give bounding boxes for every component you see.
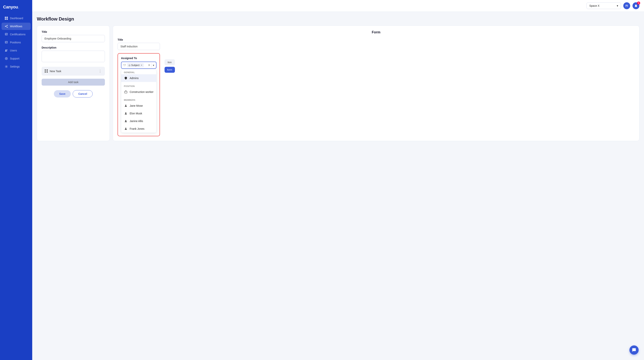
svg-point-28 <box>125 128 126 129</box>
dashboard-icon <box>4 17 8 20</box>
sidebar-item-label: Settings <box>10 65 20 68</box>
add-task-button[interactable]: Add task <box>42 79 105 86</box>
dropdown-item-frank-jones[interactable]: Frank Jones <box>121 125 156 133</box>
support-icon <box>4 57 8 60</box>
person-icon <box>124 127 128 131</box>
select-dropdown-button[interactable]: ▾ <box>153 64 154 67</box>
shield-icon <box>124 76 128 80</box>
svg-point-26 <box>125 112 126 113</box>
form-panel-title: Form <box>118 30 634 34</box>
svg-rect-9 <box>5 33 8 35</box>
partial-button-section[interactable]: tion <box>164 59 175 65</box>
sidebar-item-dashboard[interactable]: Dashboard <box>2 15 31 22</box>
sidebar-item-label: Support <box>10 57 19 60</box>
grid-icon <box>45 70 48 73</box>
svg-point-6 <box>7 27 8 28</box>
dropdown-item-elon-musk[interactable]: Elon Musk <box>121 110 156 117</box>
panels: Title Description New Task ⋮ <box>37 26 640 141</box>
person-icon <box>124 112 128 115</box>
left-panel: Title Description New Task ⋮ <box>37 26 110 141</box>
page-title: Workflow Design <box>37 16 640 22</box>
title-section: Title <box>42 30 105 42</box>
sidebar-item-label: Certifications <box>10 33 26 36</box>
chevron-down-icon: ▾ <box>617 4 618 7</box>
right-panel: Form Title Assigned To 🛡 ◎ Subject ✕ <box>113 26 640 141</box>
sidebar-item-workflows[interactable]: Workflows <box>2 23 31 30</box>
svg-line-8 <box>6 27 7 27</box>
tag-remove-button[interactable]: ✕ <box>140 64 142 67</box>
partial-buttons-area: tion form <box>164 59 175 73</box>
subject-tag: ◎ Subject ✕ <box>127 63 144 67</box>
description-label: Description <box>42 46 105 49</box>
person-icon <box>124 119 128 123</box>
panel-actions: Save Cancel <box>42 90 105 98</box>
group-label-members: MEMBERS <box>121 97 156 102</box>
avatar[interactable]: FI <box>623 2 630 9</box>
sidebar-item-support[interactable]: Support <box>2 55 31 62</box>
svg-rect-0 <box>5 17 6 18</box>
save-button[interactable]: Save <box>54 90 71 98</box>
dropdown-item-label: Elon Musk <box>130 112 142 115</box>
briefcase-icon <box>124 90 128 94</box>
dropdown-separator <box>121 82 156 84</box>
notification-button[interactable]: 9 <box>632 2 640 9</box>
task-options-button[interactable]: ⋮ <box>98 69 102 73</box>
svg-point-4 <box>5 26 6 27</box>
svg-point-18 <box>6 58 7 59</box>
assigned-to-label: Assigned To <box>121 57 156 60</box>
sidebar-item-users[interactable]: Users <box>2 47 31 54</box>
cancel-button[interactable]: Cancel <box>73 90 93 98</box>
main-content: Space X ▾ FI 9 Workflow Design Title Des… <box>32 0 644 360</box>
svg-rect-23 <box>46 71 48 73</box>
svg-rect-20 <box>45 70 46 71</box>
dropdown-item-construction-worker[interactable]: Construction worker <box>121 88 156 96</box>
logo-text: Canyou. <box>3 5 19 10</box>
svg-point-27 <box>125 120 126 121</box>
sidebar-item-label: Dashboard <box>10 17 23 20</box>
partial-button-form[interactable]: form <box>164 67 175 73</box>
sidebar-item-label: Workflows <box>10 25 22 28</box>
dropdown-item-admins[interactable]: Admins <box>121 74 156 82</box>
task-row: New Task ⋮ <box>42 67 105 76</box>
page-body: Workflow Design Title Description <box>32 12 644 360</box>
space-selector-label: Space X <box>589 4 600 7</box>
certifications-icon <box>4 33 8 36</box>
shield-small-icon: 🛡 <box>123 64 126 67</box>
description-section: Description <box>42 46 105 63</box>
workflow-title-input[interactable] <box>42 35 105 42</box>
assigned-to-select[interactable]: 🛡 ◎ Subject ✕ ✕ ▾ <box>121 62 156 69</box>
sidebar-item-positions[interactable]: Positions <box>2 39 31 46</box>
svg-rect-24 <box>124 91 127 93</box>
dropdown-item-label: Jane Mose <box>130 104 143 107</box>
app-logo: Canyou. <box>0 3 32 14</box>
header: Space X ▾ FI 9 <box>32 0 644 12</box>
select-clear-button[interactable]: ✕ <box>148 63 150 67</box>
sidebar-item-label: Positions <box>10 41 21 44</box>
sidebar-item-label: Users <box>10 49 17 52</box>
dropdown-item-label: Frank Jones <box>130 127 144 130</box>
workflows-icon <box>4 25 8 28</box>
dropdown-item-label: Admins <box>130 77 139 80</box>
sidebar: Canyou. Dashboard Workflows Certificatio… <box>0 0 32 360</box>
chat-fab-button[interactable] <box>630 345 639 355</box>
tag-icon: ◎ <box>128 64 130 67</box>
svg-line-7 <box>6 26 7 26</box>
sidebar-item-settings[interactable]: Settings <box>2 63 31 70</box>
svg-point-5 <box>7 25 8 26</box>
dropdown-item-label: Construction worker <box>130 90 154 94</box>
dropdown-item-janine-allis[interactable]: Janine Allis <box>121 117 156 125</box>
dropdown-item-jane-mose[interactable]: Jane Mose <box>121 102 156 110</box>
dropdown-list: GENERAL Admins POSITION <box>121 70 156 133</box>
svg-rect-2 <box>5 19 6 20</box>
form-title-label: Title <box>118 38 160 41</box>
svg-point-25 <box>125 105 126 106</box>
description-input[interactable] <box>42 51 105 62</box>
space-selector[interactable]: Space X ▾ <box>586 3 621 9</box>
svg-rect-21 <box>46 70 48 71</box>
notification-badge: 9 <box>637 2 640 5</box>
positions-icon <box>4 41 8 44</box>
svg-rect-3 <box>6 19 8 20</box>
title-label: Title <box>42 30 105 33</box>
sidebar-item-certifications[interactable]: Certifications <box>2 31 31 38</box>
form-title-input[interactable] <box>118 43 160 50</box>
